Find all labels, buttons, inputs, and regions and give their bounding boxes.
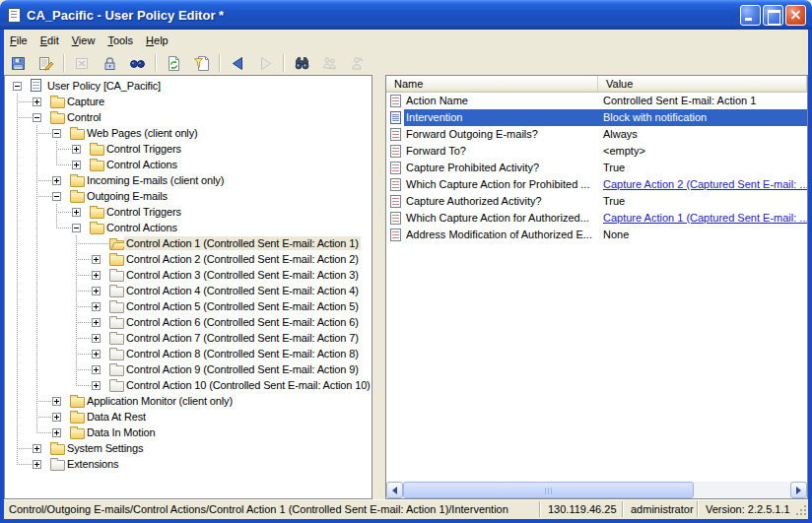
minimize-button[interactable] — [740, 5, 761, 26]
expand-toggle[interactable] — [33, 460, 41, 469]
tree-item[interactable]: Incoming E-mails (client only) — [5, 172, 372, 188]
tree-item[interactable]: System Settings — [5, 440, 372, 456]
tree-item[interactable]: Control Actions — [5, 157, 372, 172]
scrollbar-track[interactable] — [694, 482, 790, 498]
resize-grip[interactable] — [792, 501, 808, 517]
value-link[interactable]: Capture Action 1 (Captured Sent E-mail: … — [603, 212, 807, 224]
tree-item[interactable]: Control Action 1 (Controlled Sent E-mail… — [5, 235, 372, 251]
status-bar: Control/Outgoing E-mails/Control Actions… — [4, 499, 808, 519]
tree-item[interactable]: Data In Motion — [5, 425, 372, 440]
collapse-toggle[interactable] — [13, 82, 22, 91]
scrollbar-thumb[interactable] — [403, 482, 694, 498]
collapse-toggle[interactable] — [52, 129, 61, 138]
expand-toggle[interactable] — [72, 145, 81, 154]
close-button[interactable] — [785, 5, 806, 26]
expand-toggle[interactable] — [52, 413, 61, 422]
tree-item[interactable]: Control Action 6 (Controlled Sent E-mail… — [5, 314, 372, 330]
property-value: Capture Action 1 (Captured Sent E-mail: … — [598, 210, 807, 227]
expand-toggle[interactable] — [92, 381, 101, 390]
tree-guide — [36, 196, 52, 197]
tree-item[interactable]: Web Pages (client only) — [5, 125, 372, 141]
tree-item[interactable]: Control — [5, 109, 372, 125]
tree-item[interactable]: Control Triggers — [5, 141, 372, 157]
collapse-toggle[interactable] — [72, 224, 81, 232]
property-name: Which Capture Action for Prohibited ... — [404, 176, 598, 193]
expand-toggle[interactable] — [52, 176, 61, 185]
edit-policy-button[interactable] — [34, 52, 58, 74]
tree-item[interactable]: Control Triggers — [5, 204, 372, 220]
expand-toggle[interactable] — [92, 318, 101, 327]
expand-toggle[interactable] — [92, 287, 101, 295]
expand-toggle[interactable] — [92, 350, 101, 359]
details-header: Name Value — [386, 76, 807, 93]
tree-item[interactable]: Control Action 4 (Controlled Sent E-mail… — [5, 283, 372, 298]
maximize-button[interactable] — [763, 5, 783, 26]
property-row[interactable]: Which Capture Action for Authorized...Ca… — [386, 210, 807, 227]
tree-item[interactable]: Control Action 8 (Controlled Sent E-mail… — [5, 346, 372, 361]
tree-item[interactable]: Control Action 7 (Controlled Sent E-mail… — [5, 330, 372, 346]
property-row[interactable]: Forward Outgoing E-mails?Always — [386, 126, 807, 143]
tree-item[interactable]: Control Action 3 (Controlled Sent E-mail… — [5, 267, 372, 283]
property-row[interactable]: Action NameControlled Sent E-mail: Actio… — [386, 93, 807, 109]
filter-page-button[interactable] — [189, 52, 214, 74]
expand-toggle[interactable] — [92, 302, 101, 311]
expand-toggle[interactable] — [92, 334, 101, 343]
title-bar[interactable]: CA_Pacific - User Policy Editor * — [0, 0, 812, 30]
scroll-right-button[interactable] — [790, 482, 807, 498]
tree-item[interactable]: Outgoing E-mails — [5, 188, 372, 204]
property-row[interactable]: Address Modification of Authorized E...N… — [386, 227, 807, 243]
tree-item[interactable]: Control Action 9 (Controlled Sent E-mail… — [5, 361, 372, 377]
expand-toggle[interactable] — [33, 98, 41, 106]
property-icon-cell — [386, 93, 404, 109]
lock-button[interactable] — [98, 52, 122, 74]
property-row[interactable]: Capture Prohibited Activity?True — [386, 160, 807, 176]
tree-item[interactable]: Control Action 10 (Controlled Sent E-mai… — [5, 377, 372, 393]
scroll-left-button[interactable] — [386, 482, 403, 498]
expand-toggle[interactable] — [33, 444, 41, 453]
menu-file[interactable]: File — [4, 32, 34, 49]
property-icon-cell — [386, 126, 404, 143]
expand-toggle[interactable] — [72, 208, 81, 217]
tree-item[interactable]: Extensions — [5, 456, 372, 472]
tree-item[interactable]: Application Monitor (client only) — [5, 393, 372, 409]
find-button[interactable] — [290, 52, 314, 74]
menu-help[interactable]: Help — [140, 32, 175, 49]
property-icon-cell — [386, 193, 404, 210]
horizontal-scrollbar[interactable] — [386, 482, 807, 498]
tree-item[interactable]: Control Actions — [5, 220, 372, 235]
view-policy-button[interactable] — [125, 52, 150, 74]
tree-item-label: Control Actions — [104, 221, 179, 234]
expand-toggle[interactable] — [92, 255, 101, 264]
property-row[interactable]: Forward To?<empty> — [386, 143, 807, 160]
expand-toggle[interactable] — [92, 365, 101, 374]
column-header-name[interactable]: Name — [386, 76, 598, 92]
refresh-page-button[interactable] — [162, 52, 186, 74]
property-row[interactable]: Which Capture Action for Prohibited ...C… — [386, 176, 807, 193]
property-value: Capture Action 2 (Captured Sent E-mail: … — [598, 176, 807, 193]
collapse-toggle[interactable] — [52, 192, 61, 201]
tree-guide — [17, 409, 18, 425]
menu-edit[interactable]: Edit — [34, 32, 66, 49]
property-icon-cell — [386, 210, 404, 227]
tree-item[interactable]: Control Action 2 (Controlled Sent E-mail… — [5, 251, 372, 267]
folder-gray-icon — [109, 302, 124, 313]
column-header-value[interactable]: Value — [598, 76, 807, 92]
property-row[interactable]: InterventionBlock with notification — [386, 109, 807, 126]
tree-item[interactable]: Data At Rest — [5, 409, 372, 425]
expand-toggle[interactable] — [92, 271, 101, 280]
expand-toggle[interactable] — [72, 161, 81, 169]
expand-toggle[interactable] — [52, 428, 61, 437]
tree-item-label: Incoming E-mails (client only) — [85, 173, 226, 187]
save-button[interactable] — [6, 52, 31, 74]
expand-toggle[interactable] — [52, 397, 61, 406]
tree-item[interactable]: Capture — [5, 94, 372, 109]
value-link[interactable]: Capture Action 2 (Captured Sent E-mail: … — [603, 178, 807, 190]
back-button[interactable] — [226, 52, 250, 74]
tree-item[interactable]: User Policy [CA_Pacific] — [5, 78, 372, 94]
collapse-toggle[interactable] — [33, 113, 41, 122]
property-row[interactable]: Capture Authorized Activity?True — [386, 193, 807, 210]
menu-view[interactable]: View — [66, 32, 102, 49]
right-arrow-icon — [796, 487, 805, 494]
menu-tools[interactable]: Tools — [102, 32, 140, 49]
tree-item[interactable]: Control Action 5 (Controlled Sent E-mail… — [5, 298, 372, 314]
